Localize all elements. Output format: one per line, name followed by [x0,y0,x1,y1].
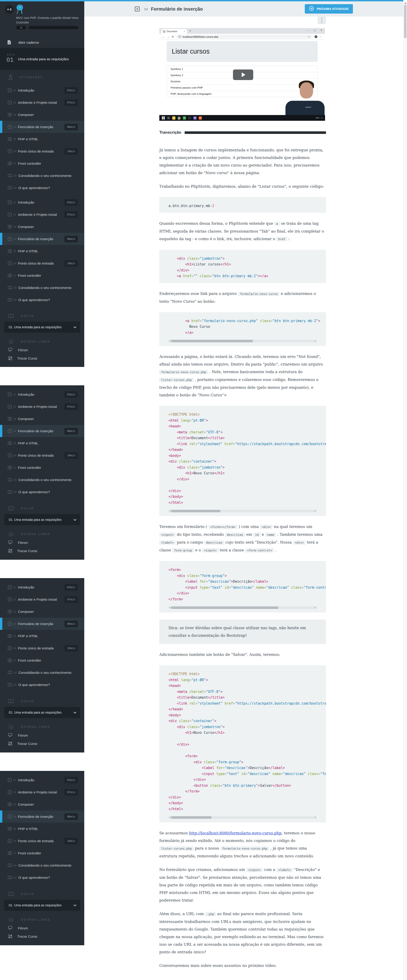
close-tab-icon[interactable]: × [184,30,185,33]
sidebar-link-trocar-curso[interactable]: Trocar Curso [0,740,84,747]
sidebar-item-08[interactable]: 08Consolidando o seu conhecimento [0,474,84,486]
chrome-icon[interactable] [177,116,181,119]
app-purple-icon[interactable]: Ps [193,116,196,119]
sidebar-item-07[interactable]: 07Front controller [0,654,84,667]
sidebar-item-07[interactable]: 07Front controller [0,158,84,170]
sidebar-item-03[interactable]: 03Composer [0,798,84,810]
sidebar-item-08[interactable]: 08Consolidando o seu conhecimento [0,282,84,294]
sidebar-item-01[interactable]: 01Introdução03min [0,84,84,96]
start-button-icon[interactable] [161,116,165,119]
sidebar-item-03[interactable]: 03Composer [0,108,84,121]
sidebar-item-02[interactable]: 02Ambiente e Projeto inicial07min [0,401,84,413]
new-tab-button[interactable]: + [189,29,191,32]
sidebar-item-09[interactable]: 09O que aprendemos? [0,679,84,691]
sidebar-item-04[interactable]: 04Formulário de inserção06min [0,618,84,630]
sidebar-link-trocar-curso[interactable]: Trocar Curso [0,355,84,362]
sidebar-item-05[interactable]: 05PHP e HTML [0,630,84,642]
sidebar-item-07[interactable]: 07Front controller [0,847,84,859]
sidebar-item-05[interactable]: 05PHP e HTML [0,245,84,257]
sidebar-item-04[interactable]: 04Formulário de inserção06min [0,810,84,822]
next-activity-button[interactable]: PRÓXIMA ATIVIDADE [305,4,353,14]
window-controls[interactable]: –▢✕ [308,29,322,32]
notification-icon[interactable]: ▭ [321,117,323,119]
reload-icon[interactable]: ⟳ [172,35,174,38]
book-icon [8,864,12,867]
sidebar-item-09[interactable]: 09O que aprendemos? [0,182,84,194]
forward-icon[interactable]: → [167,35,170,38]
sidebar-item-03[interactable]: 03Composer [0,606,84,618]
sidebar-item-01[interactable]: 01Introdução03min [0,774,84,786]
scrollbar-thumb[interactable] [171,510,220,512]
address-bar[interactable]: ⓘ localhost:8080/listar-cursos.php ☆ [176,35,312,39]
app-orange-icon[interactable]: C [199,116,202,119]
sidebar-item-06[interactable]: 06Ponto único de entrada10min [0,145,84,158]
scrollbar-thumb[interactable] [404,5,407,38]
sidebar-item-08[interactable]: 08Consolidando o seu conhecimento [0,859,84,872]
sidebar-item-06[interactable]: 06Ponto único de entrada10min [0,835,84,847]
back-icon[interactable]: ← [162,35,165,38]
sidebar-item-07[interactable]: 07Front controller [0,461,84,474]
page-scrollbar[interactable] [403,0,407,980]
horizontal-scrollbar[interactable] [169,816,317,819]
browser-menu-icon[interactable]: ⋮ [319,35,322,38]
play-button[interactable] [233,70,253,80]
scrollbar-thumb[interactable] [171,816,211,819]
sidebar-link-trocar-curso[interactable]: Trocar Curso [0,933,84,940]
sidebar-item-06[interactable]: 06Ponto único de entrada10min [0,449,84,461]
sidebar-item-04[interactable]: 04Formulário de inserção06min [0,425,84,437]
transcript-link[interactable]: http://localhost:8080/formulario-novo-cu… [189,831,281,835]
scrollbar-thumb[interactable] [171,340,253,342]
terminal-icon[interactable]: >_ [188,116,191,119]
aula-select-dropdown[interactable]: 01. Uma entrada para as requisições [4,514,80,525]
sidebar-item-06[interactable]: 06Ponto único de entrada10min [0,642,84,654]
sidebar-item-04[interactable]: 04Formulário de inserção06min [0,121,84,133]
open-notebook-button[interactable]: Abrir caderno [7,40,39,45]
sidebar-item-02[interactable]: 02Ambiente e Projeto inicial07min [0,593,84,606]
sidebar-item-07[interactable]: 07Front controller [0,269,84,282]
sidebar-item-02[interactable]: 02Ambiente e Projeto inicial07min [0,208,84,221]
aula-select-dropdown[interactable]: 01. Uma entrada para as requisições [4,900,80,911]
horizontal-scrollbar[interactable] [169,510,317,512]
sidebar-link-forum[interactable]: Fórum [0,924,84,931]
site-info-icon[interactable]: ⓘ [179,35,181,38]
sidebar-item-09[interactable]: 09O que aprendemos? [0,294,84,306]
app-green-icon[interactable]: C [183,116,186,119]
sidebar-item-08[interactable]: 08Consolidando o seu conhecimento [0,170,84,182]
search-icon[interactable] [167,116,170,119]
sidebar-item-01[interactable]: 01Introdução03min [0,581,84,593]
sidebar-item-04[interactable]: 04Formulário de inserção06min [0,233,84,245]
sidebar-link-forum[interactable]: Fórum [0,347,84,353]
horizontal-scrollbar[interactable] [169,340,317,342]
sidebar-link-forum[interactable]: Fórum [0,539,84,546]
sidebar-item-01[interactable]: 01Introdução03min [0,388,84,401]
sidebar-item-06[interactable]: 06Ponto único de entrada10min [0,257,84,269]
sidebar-item-03[interactable]: 03Composer [0,413,84,425]
sidebar-link-forum[interactable]: Fórum [0,732,84,739]
code-line [169,748,317,754]
sidebar-item-05[interactable]: 05PHP e HTML [0,133,84,145]
sidebar-item-01[interactable]: 01Introdução03min [0,196,84,208]
sidebar-link-trocar-curso[interactable]: Trocar Curso [0,547,84,554]
browser-tab[interactable]: Document × [161,29,187,34]
sidebar-item-02[interactable]: 02Ambiente e Projeto inicial07min [0,96,84,108]
aula-select-dropdown[interactable]: 01. Uma entrada para as requisições [4,707,80,718]
sidebar-item-02[interactable]: 02Ambiente e Projeto inicial07min [0,786,84,798]
sidebar-item-05[interactable]: 05PHP e HTML [0,822,84,835]
bookmark-star-icon[interactable]: ☆ [308,35,310,38]
sidebar-item-08[interactable]: 08Consolidando o seu conhecimento [0,667,84,679]
sidebar-item-05[interactable]: 05PHP e HTML [0,437,84,449]
aula-select-dropdown[interactable]: 01. Uma entrada para as requisições [4,321,80,332]
video-player[interactable]: Document × + –▢✕ ← → ⟳ ⓘ localhost:8080/… [159,28,325,121]
sidebar-item-09[interactable]: 09O que aprendemos? [0,486,84,498]
sidebar-item-09[interactable]: 09O que aprendemos? [0,872,84,884]
folder-icon[interactable] [172,116,176,119]
scrollbar-thumb[interactable] [171,606,278,609]
current-lesson-banner[interactable]: AULA 01 Uma entrada para as requisições [0,48,84,70]
windows-taskbar: C>_PsC 4/05 ▭ [159,115,325,121]
sidebar-item-03[interactable]: 03Composer [0,221,84,233]
transcript-scroll-handle[interactable] [318,17,326,24]
profile-icon[interactable] [314,35,318,38]
horizontal-scrollbar[interactable] [169,606,317,609]
scroll-up-arrow-icon[interactable] [404,1,407,4]
collapse-sidebar-button[interactable] [5,5,14,14]
